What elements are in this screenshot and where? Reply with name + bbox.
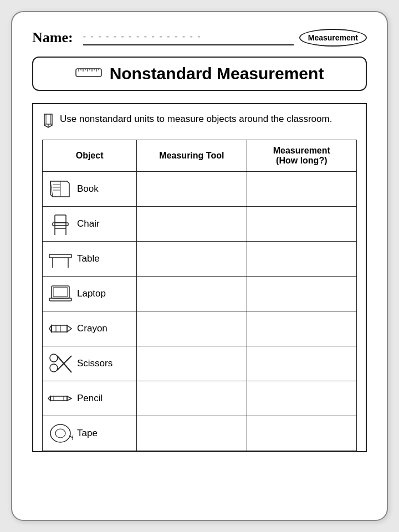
- measuring-tool-cell-6[interactable]: [137, 381, 247, 416]
- pencil-icon: [48, 386, 73, 411]
- measuring-tool-cell-4[interactable]: [137, 311, 247, 346]
- tape-icon: [48, 421, 73, 446]
- chair-icon: [48, 212, 73, 236]
- table-row: Laptop: [43, 277, 357, 311]
- svg-rect-22: [55, 215, 66, 223]
- object-cell-laptop: Laptop: [43, 277, 137, 311]
- name-label: Name:: [32, 29, 73, 46]
- measuring-tool-cell-7[interactable]: [137, 416, 247, 451]
- col-header-tool: Measuring Tool: [137, 140, 247, 172]
- table-row: Crayon: [43, 311, 357, 346]
- instructions-box: Use nonstandard units to measure objects…: [32, 103, 367, 452]
- object-cell-book: Book: [43, 172, 137, 207]
- table-row: Scissors: [43, 346, 357, 381]
- object-name-scissors: Scissors: [77, 358, 112, 369]
- name-line: [83, 30, 294, 45]
- object-cell-tape: Tape: [43, 416, 137, 451]
- measurement-cell-7[interactable]: [247, 416, 356, 451]
- object-cell-crayon: Crayon: [43, 311, 137, 346]
- measurement-cell-5[interactable]: [247, 346, 356, 381]
- svg-point-49: [55, 429, 65, 438]
- svg-rect-32: [49, 298, 71, 301]
- object-name-table: Table: [77, 253, 100, 264]
- object-name-crayon: Crayon: [77, 323, 108, 334]
- object-name-pencil: Pencil: [77, 393, 103, 404]
- measuring-tool-cell-2[interactable]: [137, 242, 247, 277]
- svg-rect-0: [76, 69, 101, 76]
- svg-marker-35: [67, 325, 71, 332]
- laptop-icon: [48, 282, 73, 306]
- table-row: Pencil: [43, 381, 357, 416]
- title-box: Nonstandard Measurement: [32, 57, 367, 91]
- name-row: Name: Measurement: [32, 29, 367, 47]
- table-row: Book: [43, 172, 357, 207]
- table-row: Chair: [43, 207, 357, 242]
- svg-rect-31: [53, 288, 68, 296]
- pencil-icon: [42, 113, 54, 132]
- measurement-cell-6[interactable]: [247, 381, 356, 416]
- svg-point-39: [50, 354, 58, 362]
- measuring-tool-cell-1[interactable]: [137, 207, 247, 242]
- scissors-icon: [48, 351, 73, 376]
- instructions-text: Use nonstandard units to measure objects…: [60, 112, 332, 126]
- svg-marker-36: [49, 325, 52, 332]
- object-name-book: Book: [77, 183, 99, 195]
- object-cell-scissors: Scissors: [43, 346, 137, 381]
- object-name-laptop: Laptop: [77, 288, 106, 299]
- svg-marker-16: [50, 181, 69, 197]
- svg-rect-27: [49, 254, 71, 258]
- measuring-tool-cell-3[interactable]: [137, 277, 247, 311]
- measuring-tool-cell-5[interactable]: [137, 346, 247, 381]
- object-name-chair: Chair: [77, 218, 100, 229]
- crayon-icon: [48, 316, 73, 341]
- measuring-tool-cell-0[interactable]: [137, 172, 247, 207]
- ruler-icon: [75, 64, 102, 83]
- worksheet-title: Nonstandard Measurement: [110, 64, 324, 83]
- svg-point-40: [50, 364, 58, 372]
- svg-marker-44: [67, 396, 71, 401]
- svg-marker-45: [48, 396, 50, 401]
- object-cell-table: Table: [43, 242, 137, 277]
- measurement-badge: Measurement: [299, 29, 367, 47]
- svg-point-48: [50, 424, 70, 442]
- instructions-row: Use nonstandard units to measure objects…: [42, 112, 357, 132]
- book-icon: [48, 177, 73, 201]
- measurement-table: Object Measuring Tool Measurement(How lo…: [42, 140, 357, 451]
- table-row: Table: [43, 242, 357, 277]
- measurement-cell-1[interactable]: [247, 207, 356, 242]
- table-row: Tape: [43, 416, 357, 451]
- measurement-cell-3[interactable]: [247, 277, 356, 311]
- col-header-measurement: Measurement(How long?): [247, 140, 356, 172]
- table-header-row: Object Measuring Tool Measurement(How lo…: [43, 140, 357, 172]
- table-icon: [48, 247, 73, 271]
- worksheet-page: Name: Measurement Nonstandard Measuremen…: [11, 11, 388, 521]
- measurement-cell-0[interactable]: [247, 172, 356, 207]
- measurement-cell-2[interactable]: [247, 242, 356, 277]
- object-name-tape: Tape: [77, 428, 98, 439]
- object-cell-pencil: Pencil: [43, 381, 137, 416]
- svg-rect-43: [50, 396, 67, 401]
- svg-rect-34: [52, 325, 67, 332]
- col-header-object: Object: [43, 140, 137, 172]
- measurement-cell-4[interactable]: [247, 311, 356, 346]
- object-cell-chair: Chair: [43, 207, 137, 242]
